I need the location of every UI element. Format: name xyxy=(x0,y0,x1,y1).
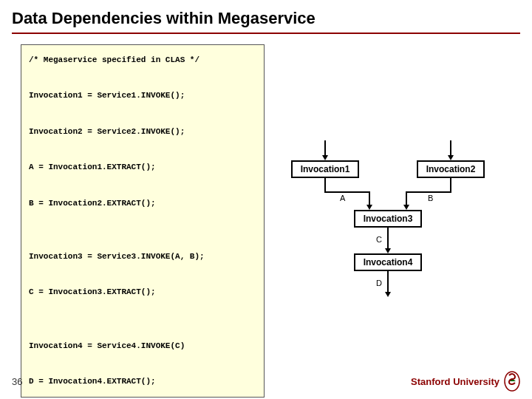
arrow-line xyxy=(387,271,389,293)
arrowhead-icon xyxy=(385,248,391,253)
brand-area: Stanford University xyxy=(411,371,520,392)
brand-text: Stanford University xyxy=(411,376,499,387)
stanford-logo-icon xyxy=(504,371,520,392)
page-number: 36 xyxy=(12,376,22,387)
edge-label-d: D xyxy=(376,279,382,287)
arrowhead-icon xyxy=(385,292,391,297)
arrowhead-icon xyxy=(448,155,454,160)
arrow-line xyxy=(450,140,451,157)
code-line: C = Invocation3.EXTRACT(); xyxy=(29,287,156,296)
code-line: A = Invocation1.EXTRACT(); xyxy=(29,163,156,171)
node-invocation1: Invocation1 xyxy=(291,160,359,178)
edge-label-a: A xyxy=(340,194,345,202)
node-invocation3: Invocation3 xyxy=(354,210,422,228)
content-area: /* Megaservice specified in CLAS */ Invo… xyxy=(0,34,532,398)
footer: 36 Stanford University xyxy=(0,371,532,392)
node-invocation4: Invocation4 xyxy=(354,253,422,271)
arrowhead-icon xyxy=(366,205,372,210)
arrowhead-icon xyxy=(403,205,409,210)
edge-label-b: B xyxy=(428,194,433,202)
arrow-line xyxy=(406,191,407,206)
arrow-line xyxy=(324,140,326,157)
arrow-line xyxy=(324,191,369,193)
arrow-line xyxy=(406,191,451,193)
code-line: Invocation4 = Service4.INVOKE(C) xyxy=(29,341,185,350)
code-line: Invocation3 = Service3.INVOKE(A, B); xyxy=(29,252,205,261)
code-line: /* Megaservice specified in CLAS */ xyxy=(29,55,200,64)
arrowhead-icon xyxy=(322,155,328,160)
code-line: B = Invocation2.EXTRACT(); xyxy=(29,199,156,208)
arrow-line xyxy=(324,178,326,191)
code-block: /* Megaservice specified in CLAS */ Invo… xyxy=(21,44,265,398)
diagram-container: Invocation1 Invocation2 A B Invocation3 … xyxy=(276,44,520,398)
arrow-line xyxy=(369,191,370,206)
code-text: /* Megaservice specified in CLAS */ Invo… xyxy=(29,51,256,391)
arrow-line xyxy=(450,178,451,191)
dependency-diagram: Invocation1 Invocation2 A B Invocation3 … xyxy=(284,140,505,318)
code-line: Invocation2 = Service2.INVOKE(); xyxy=(29,127,185,136)
node-invocation2: Invocation2 xyxy=(417,160,485,178)
slide-title: Data Dependencies within Megaservice xyxy=(0,0,532,33)
code-line: Invocation1 = Service1.INVOKE(); xyxy=(29,91,185,100)
edge-label-c: C xyxy=(376,235,382,244)
arrow-line xyxy=(387,228,389,250)
